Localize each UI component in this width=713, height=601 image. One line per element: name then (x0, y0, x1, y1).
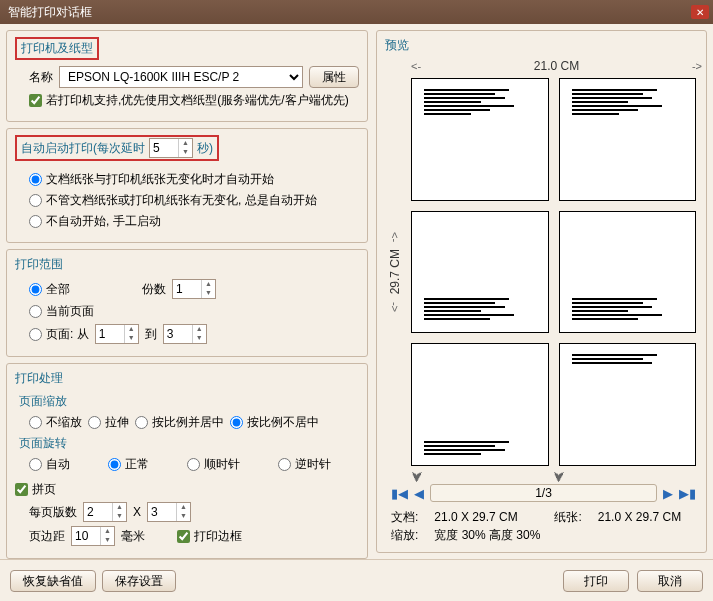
prev-page-icon[interactable]: ◀ (414, 486, 424, 501)
perpage-row: 每页版数 ▲▼ X ▲▼ (15, 502, 359, 522)
x-label: X (133, 505, 141, 519)
printer-group: 打印机及纸型 名称 EPSON LQ-1600K IIIH ESC/P 2 属性… (6, 30, 368, 122)
perpage-label: 每页版数 (29, 504, 77, 521)
printer-group-title: 打印机及纸型 (15, 37, 359, 60)
delay-up-icon[interactable]: ▲ (178, 139, 192, 148)
restore-defaults-button[interactable]: 恢复缺省值 (10, 570, 96, 592)
right-column: 预览 <- 21.0 CM -> <- 29.7 CM -> (376, 30, 707, 553)
printer-name-label: 名称 (29, 69, 53, 86)
collate-row: 拼页 (15, 481, 359, 498)
close-button[interactable]: ✕ (691, 5, 709, 19)
prefer-doc-text: 若打印机支持,优先使用文档纸型(服务端优先/客户端优先) (46, 92, 349, 109)
printer-select[interactable]: EPSON LQ-1600K IIIH ESC/P 2 (59, 66, 303, 88)
margin-row: 页边距 ▲▼ 毫米 打印边框 (15, 526, 359, 546)
autostart-title-row: 自动启动打印(每次延时 ▲▼ 秒) (15, 135, 219, 161)
preview-page-3 (411, 211, 549, 334)
page-from-spinner[interactable]: ▲▼ (95, 324, 139, 344)
autostart-opt2[interactable]: 不管文档纸张或打印机纸张有无变化, 总是自动开始 (29, 192, 317, 209)
save-settings-button[interactable]: 保存设置 (102, 570, 176, 592)
prefer-doc-checkbox-label[interactable]: 若打印机支持,优先使用文档纸型(服务端优先/客户端优先) (29, 92, 349, 109)
margin-spinner[interactable]: ▲▼ (71, 526, 115, 546)
arrow-up-icon: <- (389, 232, 401, 242)
arrow-right-icon: -> (692, 60, 702, 72)
rotate-auto[interactable]: 自动 (29, 456, 70, 473)
scale-label: 缩放: (391, 526, 431, 544)
arrow-left-icon: <- (411, 60, 421, 72)
page-to-spinner[interactable]: ▲▼ (163, 324, 207, 344)
preview-body: <- 29.7 CM -> (385, 74, 702, 470)
footer: 恢复缺省值 保存设置 打印 取消 (0, 559, 713, 601)
doc-value: 21.0 X 29.7 CM (434, 510, 517, 524)
rotate-normal[interactable]: 正常 (108, 456, 149, 473)
preview-width: 21.0 CM (427, 59, 686, 73)
zoom-section-label: 页面缩放 (19, 393, 359, 410)
zoom-none[interactable]: 不缩放 (29, 414, 82, 431)
preview-group: 预览 <- 21.0 CM -> <- 29.7 CM -> (376, 30, 707, 553)
rotate-cw[interactable]: 顺时针 (187, 456, 240, 473)
properties-button[interactable]: 属性 (309, 66, 359, 88)
left-column: 打印机及纸型 名称 EPSON LQ-1600K IIIH ESC/P 2 属性… (6, 30, 368, 553)
preview-title: 预览 (385, 35, 702, 58)
zoom-stretch[interactable]: 拉伸 (88, 414, 129, 431)
copies-spinner[interactable]: ▲▼ (172, 279, 216, 299)
cancel-button[interactable]: 取消 (637, 570, 703, 592)
autostart-opt3[interactable]: 不自动开始, 手工启动 (29, 213, 161, 230)
delay-spinner[interactable]: ▲▼ (149, 138, 193, 158)
autostart-prefix: 自动启动打印(每次延时 (21, 140, 145, 157)
preview-pages (405, 74, 702, 470)
dialog-title: 智能打印对话框 (4, 4, 691, 21)
arrow-down-icon: -> (389, 302, 401, 312)
preview-page-6 (559, 343, 697, 466)
prefer-doc-checkbox[interactable] (29, 94, 42, 107)
margin-unit: 毫米 (121, 528, 145, 545)
rotate-ccw[interactable]: 逆时针 (278, 456, 331, 473)
print-border-checkbox[interactable]: 打印边框 (177, 528, 242, 545)
range-current[interactable]: 当前页面 (29, 303, 94, 320)
autostart-opt1[interactable]: 文档纸张与打印机纸张无变化时才自动开始 (29, 171, 274, 188)
delay-input[interactable] (150, 139, 178, 157)
preview-page-1 (411, 78, 549, 201)
range-title: 打印范围 (15, 256, 359, 273)
preview-height: 29.7 CM (388, 249, 402, 294)
next-page-icon[interactable]: ▶ (663, 486, 673, 501)
delay-down-icon[interactable]: ▼ (178, 148, 192, 157)
dialog-content: 打印机及纸型 名称 EPSON LQ-1600K IIIH ESC/P 2 属性… (0, 24, 713, 559)
preview-info: 文档: 21.0 X 29.7 CM 纸张: 21.0 X 29.7 CM 缩放… (385, 506, 702, 546)
preview-page-5 (411, 343, 549, 466)
page-to-label: 到 (145, 326, 157, 343)
process-title: 打印处理 (15, 370, 359, 387)
print-button[interactable]: 打印 (563, 570, 629, 592)
first-page-icon[interactable]: ▮◀ (391, 486, 408, 501)
printer-name-row: 名称 EPSON LQ-1600K IIIH ESC/P 2 属性 (15, 66, 359, 88)
range-pages[interactable]: 页面: 从 (29, 326, 89, 343)
collate-checkbox[interactable]: 拼页 (15, 481, 56, 498)
perpage-cols-spinner[interactable]: ▲▼ (83, 502, 127, 522)
zoom-fit-nocenter[interactable]: 按比例不居中 (230, 414, 319, 431)
last-page-icon[interactable]: ▶▮ (679, 486, 696, 501)
highlight-printer-title: 打印机及纸型 (15, 37, 99, 60)
process-group: 打印处理 页面缩放 不缩放 拉伸 按比例并居中 按比例不居中 页面旋转 自动 正… (6, 363, 368, 559)
ruler-horizontal: <- 21.0 CM -> (385, 58, 702, 74)
down-arrows: ⮟⮟ (385, 470, 702, 480)
paper-label: 纸张: (554, 508, 594, 526)
preview-page-4 (559, 211, 697, 334)
pager-text: 1/3 (535, 486, 552, 500)
paper-value: 21.0 X 29.7 CM (598, 510, 681, 524)
rotate-row: 自动 正常 顺时针 逆时针 (15, 456, 359, 473)
autostart-group: 自动启动打印(每次延时 ▲▼ 秒) 文档纸张与打印机纸张无变化时才自动开始 不管… (6, 128, 368, 243)
perpage-rows-spinner[interactable]: ▲▼ (147, 502, 191, 522)
doc-label: 文档: (391, 508, 431, 526)
rotate-section-label: 页面旋转 (19, 435, 359, 452)
ruler-vertical: <- 29.7 CM -> (385, 74, 405, 470)
range-all[interactable]: 全部 (29, 281, 70, 298)
pager: ▮◀ ◀ 1/3 ▶ ▶▮ (385, 480, 702, 506)
autostart-suffix: 秒) (197, 140, 213, 157)
pager-track[interactable]: 1/3 (430, 484, 657, 502)
zoom-fit-center[interactable]: 按比例并居中 (135, 414, 224, 431)
margin-label: 页边距 (29, 528, 65, 545)
range-all-row: 全部 份数 ▲▼ (15, 279, 359, 299)
range-pages-row: 页面: 从 ▲▼ 到 ▲▼ (15, 324, 359, 344)
title-bar: 智能打印对话框 ✕ (0, 0, 713, 24)
preview-page-2 (559, 78, 697, 201)
zoom-row: 不缩放 拉伸 按比例并居中 按比例不居中 (15, 414, 359, 431)
